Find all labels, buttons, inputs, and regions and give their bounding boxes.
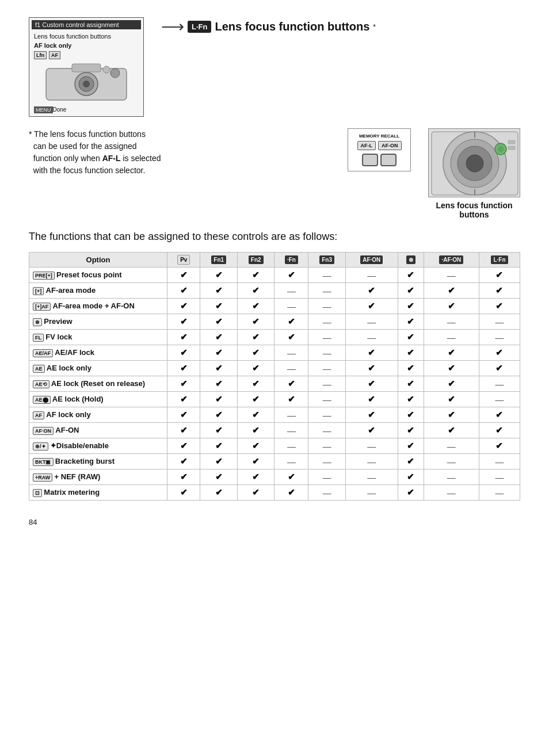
table-row: PRE[+] Preset focus point✔✔✔✔——✔—✔: [29, 268, 520, 283]
check-mark: ✔: [448, 301, 455, 311]
option-label: FV lock: [45, 333, 72, 341]
data-cell: —: [479, 314, 520, 330]
check-mark: ✔: [180, 285, 188, 295]
data-cell: ✔: [200, 283, 237, 299]
check-mark: ✔: [288, 472, 295, 482]
th-option: Option: [29, 253, 167, 268]
option-label: AE lock (Reset on release): [51, 379, 145, 388]
check-mark: ✔: [407, 301, 414, 311]
check-mark: ✔: [252, 456, 260, 466]
check-mark: ✔: [252, 363, 260, 373]
check-mark: ✔: [407, 379, 414, 388]
dash-mark: —: [367, 441, 376, 451]
check-mark: ✔: [215, 316, 223, 326]
data-cell: —: [308, 314, 345, 330]
data-cell: ✔: [237, 299, 274, 314]
table-row: AE AE lock only✔✔✔——✔✔✔✔: [29, 361, 520, 376]
dash-mark: —: [287, 426, 296, 436]
data-cell: ✔: [398, 361, 424, 376]
check-mark: ✔: [252, 348, 260, 357]
option-cell: AE⟲ AE lock (Reset on release): [29, 376, 167, 392]
check-mark: ✔: [495, 441, 503, 450]
note-text: * The lens focus function buttons can be…: [29, 128, 330, 177]
option-icon: [+]: [33, 287, 44, 295]
table-row: [+]AF AF-area mode + AF-ON✔✔✔——✔✔✔✔: [29, 299, 520, 314]
dash-mark: —: [323, 286, 331, 296]
data-cell: ✔: [424, 392, 479, 407]
dash-mark: —: [495, 379, 504, 389]
table-row: BKT▣ Bracketing burst✔✔✔———✔——: [29, 454, 520, 469]
data-cell: —: [479, 454, 520, 469]
check-mark: ✔: [407, 363, 414, 373]
data-cell: ✔: [424, 423, 479, 438]
data-cell: ✔: [167, 268, 200, 283]
option-icon: AE⟲: [33, 380, 49, 388]
option-icon: AE⬤: [33, 396, 51, 404]
table-row: AE⬤ AE lock (Hold)✔✔✔✔—✔✔✔—: [29, 392, 520, 407]
data-cell: ✔: [167, 454, 200, 469]
check-mark: ✔: [215, 348, 223, 357]
data-cell: —: [274, 345, 308, 361]
middle-section: * The lens focus function buttons can be…: [29, 128, 520, 219]
dash-mark: —: [323, 270, 331, 280]
data-cell: ✔: [237, 454, 274, 469]
check-mark: ✔: [288, 487, 295, 497]
data-cell: ✔: [237, 283, 274, 299]
lfn-header-icon: L·Fn: [188, 21, 211, 33]
option-cell: AF·ON AF-ON: [29, 423, 167, 438]
table-row: ⊡ Matrix metering✔✔✔✔——✔——: [29, 485, 520, 501]
dash-mark: —: [323, 395, 331, 404]
data-cell: ✔: [167, 299, 200, 314]
dash-mark: —: [495, 488, 504, 498]
table-row: AE/AF AE/AF lock✔✔✔——✔✔✔✔: [29, 345, 520, 361]
asterisk-note: *: [29, 129, 34, 139]
option-label: ✦Disable/enable: [50, 441, 109, 450]
data-cell: —: [424, 314, 479, 330]
check-mark: ✔: [407, 441, 414, 450]
check-mark: ✔: [252, 487, 260, 497]
data-cell: ✔: [424, 345, 479, 361]
lens-image-container: Lens focus functionbuttons: [428, 128, 520, 219]
data-cell: ✔: [274, 314, 308, 330]
data-cell: ✔: [167, 376, 200, 392]
th-afon: AF·ON: [345, 253, 398, 268]
dash-mark: —: [495, 472, 504, 482]
data-cell: ✔: [424, 299, 479, 314]
check-mark: ✔: [252, 270, 260, 280]
data-cell: ✔: [274, 376, 308, 392]
table-row: FL FV lock✔✔✔✔——✔——: [29, 330, 520, 345]
menu-title-bar: f1 Custom control assignment: [32, 20, 141, 29]
data-cell: ✔: [167, 423, 200, 438]
option-cell: ⊡ Matrix metering: [29, 485, 167, 501]
data-cell: ✔: [167, 485, 200, 501]
lens-fn-header: ⟶ L·Fn Lens focus function buttons *: [161, 17, 520, 36]
data-cell: ✔: [398, 407, 424, 423]
data-cell: ✔: [200, 268, 237, 283]
data-cell: ✔: [237, 314, 274, 330]
check-mark: ✔: [252, 379, 260, 388]
selector-dials: [353, 154, 406, 166]
check-mark: ✔: [288, 394, 295, 404]
dash-mark: —: [323, 472, 331, 482]
data-cell: ✔: [398, 330, 424, 345]
check-mark: ✔: [407, 487, 414, 497]
data-cell: ✔: [479, 283, 520, 299]
check-mark: ✔: [252, 316, 260, 326]
data-cell: —: [274, 283, 308, 299]
data-cell: ✔: [274, 469, 308, 485]
data-cell: ✔: [274, 392, 308, 407]
data-cell: —: [345, 314, 398, 330]
page-number: 84: [29, 518, 520, 526]
data-cell: ✔: [200, 438, 237, 454]
data-cell: —: [308, 330, 345, 345]
check-mark: ✔: [407, 316, 414, 326]
option-cell: AE/AF AE/AF lock: [29, 345, 167, 361]
option-cell: [+] AF-area mode: [29, 283, 167, 299]
lens-svg: [429, 129, 520, 197]
dial-left: [362, 154, 378, 166]
check-mark: ✔: [180, 425, 188, 435]
asterisk-sup: *: [373, 23, 376, 31]
data-cell: —: [479, 330, 520, 345]
data-cell: —: [424, 330, 479, 345]
data-cell: —: [308, 283, 345, 299]
